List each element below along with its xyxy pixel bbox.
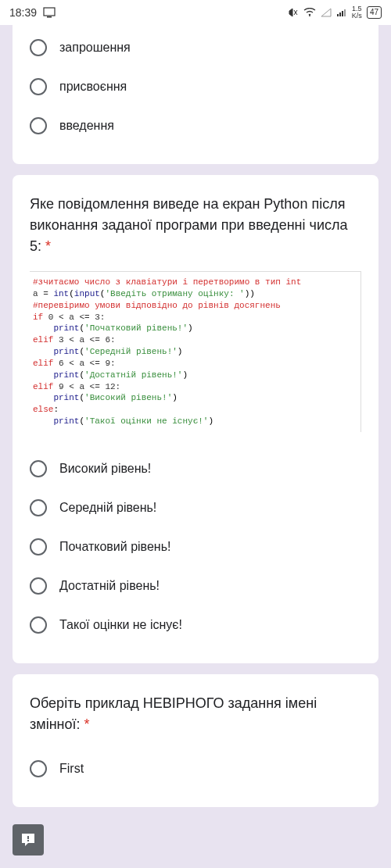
radio-icon: [30, 499, 47, 516]
radio-icon: [30, 460, 47, 477]
question-text: Оберіть приклад НЕВІРНОГО задання імені …: [30, 693, 361, 735]
radio-option[interactable]: Достатній рівень!: [30, 566, 361, 605]
required-marker: *: [45, 238, 51, 254]
radio-option[interactable]: Середній рівень!: [30, 488, 361, 527]
status-bar: 18:39 1.5 K/s 47: [0, 0, 391, 25]
radio-option[interactable]: Такої оцінки не існує!: [30, 605, 361, 645]
radio-icon: [30, 577, 47, 595]
mute-icon: [288, 7, 299, 18]
radio-label: Достатній рівень!: [59, 579, 160, 593]
radio-label: Високий рівень!: [59, 462, 151, 476]
radio-option[interactable]: First: [30, 749, 361, 788]
battery-indicator: 47: [367, 6, 382, 19]
radio-label: Початковий рівень!: [59, 540, 170, 554]
question-card-2: Яке повідомлення виведе на екран Python …: [13, 175, 378, 663]
wifi-icon: [303, 8, 316, 17]
net-speed: 1.5 K/s: [352, 5, 362, 20]
radio-label: запрошення: [59, 41, 131, 55]
status-time: 18:39: [9, 6, 37, 19]
radio-option[interactable]: введення: [30, 106, 361, 145]
radio-option[interactable]: запрошення: [30, 28, 361, 67]
radio-icon: [30, 78, 47, 95]
svg-rect-7: [27, 836, 29, 839]
question-card-3: Оберіть приклад НЕВІРНОГО задання імені …: [13, 674, 378, 807]
radio-label: Такої оцінки не існує!: [59, 618, 182, 632]
radio-option[interactable]: Високий рівень!: [30, 449, 361, 488]
svg-rect-6: [344, 9, 346, 16]
radio-label: First: [59, 762, 84, 776]
radio-option[interactable]: Початковий рівень!: [30, 527, 361, 566]
cast-icon: [43, 7, 56, 18]
signal-empty-icon: [321, 8, 332, 17]
svg-rect-3: [337, 14, 339, 16]
radio-icon: [30, 117, 47, 134]
radio-icon: [30, 616, 47, 634]
radio-icon: [30, 538, 47, 555]
question-text: Яке повідомлення виведе на екран Python …: [30, 194, 361, 257]
svg-rect-0: [44, 8, 55, 16]
radio-label: присвоєння: [59, 80, 127, 94]
radio-label: Середній рівень!: [59, 501, 156, 515]
radio-option[interactable]: присвоєння: [30, 67, 361, 106]
radio-label: введення: [59, 119, 114, 133]
svg-rect-4: [339, 13, 341, 16]
svg-point-2: [309, 15, 310, 16]
feedback-button[interactable]: [13, 824, 44, 855]
signal-icon: [336, 8, 347, 17]
svg-rect-1: [47, 16, 52, 18]
svg-rect-5: [342, 11, 343, 16]
code-image: #зчитаємо число з клавіатури і перетвори…: [30, 271, 361, 432]
svg-rect-8: [27, 840, 29, 841]
radio-icon: [30, 39, 47, 56]
feedback-icon: [20, 832, 36, 848]
question-card-1: запрошення присвоєння введення: [13, 25, 378, 164]
radio-icon: [30, 760, 47, 777]
required-marker: *: [84, 716, 90, 732]
